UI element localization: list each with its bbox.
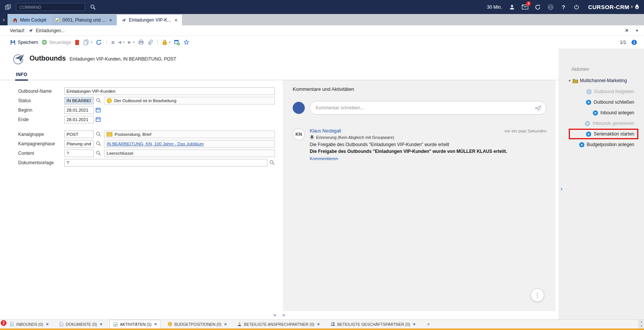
action-serienaktion-starten[interactable]: Serienaktion starten — [569, 129, 638, 139]
status-input[interactable] — [64, 97, 94, 104]
save-button[interactable]: Speichern — [10, 39, 38, 45]
menu-icon[interactable]: ≡ — [111, 39, 115, 45]
notification-badge[interactable]: 2 — [1, 320, 6, 326]
kampagnenphase-link[interactable]: IN BEARBEITUNG, KN, 100 Jahre - Das Jubi… — [107, 142, 204, 146]
author-link[interactable]: Klaus Nesbigall — [310, 128, 341, 134]
close-icon[interactable]: ✕ — [154, 322, 157, 326]
new-window-button[interactable] — [174, 39, 180, 45]
action-label: Budgetposition anlegen — [587, 142, 634, 147]
history-bar: Verlauf: Einladungen... ✕ ▾ — [0, 25, 644, 36]
attachment-icon[interactable] — [147, 39, 153, 45]
scroll-down-icon[interactable]: ▼ — [639, 324, 644, 329]
favorite-star-icon[interactable] — [183, 39, 189, 45]
comment-input[interactable] — [316, 105, 532, 111]
campaign-icon — [55, 17, 60, 23]
windows-icon[interactable] — [3, 3, 13, 11]
logout-power-icon[interactable] — [571, 3, 581, 11]
action-label: Inbounds generieren — [593, 121, 634, 126]
more-options-button[interactable]: ⋮ — [531, 288, 544, 302]
kanalgruppe-input[interactable] — [64, 131, 94, 138]
play-circle-icon — [586, 131, 591, 137]
kampagnenphase-input[interactable] — [64, 140, 94, 148]
sync-icon[interactable] — [533, 3, 543, 11]
calendar-icon[interactable] — [95, 117, 101, 122]
brand-logo-icon — [635, 4, 639, 10]
home-icon — [12, 18, 18, 23]
command-input[interactable] — [16, 3, 85, 11]
action-inbound-anlegen[interactable]: Inbound anlegen — [559, 107, 644, 118]
bottom-tab-beteiligte-geschaeftspartner[interactable]: BETEILIGTE GESCHÄFTSPARTNER (0) ✕ — [327, 320, 419, 328]
search-icon[interactable] — [96, 150, 101, 156]
record-body: Outbound-Name Status Der Outbound ist in… — [0, 80, 559, 311]
close-icon[interactable]: ✕ — [100, 322, 103, 326]
close-icon[interactable]: ✕ — [109, 18, 112, 22]
close-icon[interactable]: ✕ — [625, 28, 629, 33]
close-icon[interactable]: ✕ — [224, 322, 227, 326]
close-icon[interactable]: ✕ — [46, 322, 49, 326]
brand-text: CURSOR-CRM — [588, 4, 629, 10]
tab-mein-cockpit[interactable]: Mein Cockpit — [8, 15, 50, 25]
search-icon[interactable] — [269, 160, 275, 165]
ende-date-input[interactable] — [64, 116, 94, 123]
bottom-tab-budgetpositionen[interactable]: BUDGETPOSITIONEN (0) ✕ — [164, 320, 230, 328]
scroll-up-icon[interactable]: ▲ — [639, 320, 644, 324]
sidebar-expand-chevron[interactable]: › — [560, 185, 562, 192]
partners-icon — [330, 322, 335, 327]
bottom-tab-aktivitaeten[interactable]: AKTIVITÄTEN (1) ✕ — [109, 320, 161, 328]
bottom-tab-beteiligte-ansprechpartner[interactable]: BETEILIGTE ANSPRECHPARTNER (0) ✕ — [234, 320, 323, 328]
send-icon[interactable] — [535, 105, 541, 111]
close-icon[interactable]: ✕ — [413, 322, 416, 326]
refresh-button[interactable] — [96, 39, 102, 45]
tab-info[interactable]: INFO — [15, 72, 28, 81]
info-icon[interactable] — [631, 39, 637, 45]
document-icon — [59, 322, 64, 327]
calendar-icon[interactable] — [95, 107, 101, 113]
search-icon[interactable] — [96, 141, 101, 146]
actions-group-multichannel[interactable]: ▾ Multichannel-Marketing — [559, 78, 644, 83]
delete-button[interactable] — [74, 39, 80, 45]
action-label: Inbound anlegen — [601, 110, 634, 115]
chevron-down-icon[interactable]: ▾ — [636, 28, 638, 33]
actions-group-label: Multichannel-Marketing — [580, 78, 627, 83]
tab-einladungen-vip[interactable]: Einladungen VIP-K... ✕ — [117, 15, 182, 25]
main-region: OutboundsEinladungen VIP-Kunden, IN BEAR… — [0, 48, 644, 319]
tab-overflow-chevron[interactable]: › — [0, 14, 8, 25]
command-search-icon[interactable] — [88, 3, 98, 11]
comment-action-link[interactable]: Kommentieren — [310, 156, 338, 161]
activity-text-bold: Die Freigabe des Outbounds "Einladungen … — [310, 149, 546, 154]
field-label: Outbound-Name — [18, 89, 64, 94]
lock-button[interactable]: ▾ — [162, 39, 171, 45]
play-circle-icon — [593, 110, 598, 116]
tab-kampagne-0001[interactable]: 0001, Planung und ... ✕ — [51, 15, 116, 25]
new-record-button[interactable]: Neuanlage — [42, 39, 71, 45]
search-icon[interactable] — [96, 98, 101, 103]
bottom-tab-dokumente[interactable]: DOKUMENTE (0) ✕ — [56, 320, 106, 328]
activity-entry: KN Klaus Nesbigall vor ein paar Sekunden… — [293, 128, 546, 162]
user-icon[interactable] — [507, 3, 517, 11]
action-outbound-schliessen[interactable]: Outbound schließen — [559, 97, 644, 107]
chevron-down-icon: ▾ — [91, 40, 92, 44]
mail-icon[interactable]: 2 — [520, 3, 530, 11]
play-circle-icon — [586, 100, 591, 105]
next-record-button[interactable]: ▶▾ — [128, 40, 134, 45]
dokumentvorlage-input[interactable] — [64, 159, 267, 167]
print-button[interactable] — [138, 39, 144, 45]
close-icon[interactable]: ✕ — [317, 322, 320, 326]
bottom-tab-inbounds[interactable]: INBOUNDS (0) ✕ — [6, 320, 52, 328]
collapse-up-icon[interactable]: ˄ — [282, 313, 286, 318]
outbound-name-input[interactable] — [64, 87, 275, 95]
history-entry[interactable]: Einladungen... — [36, 28, 65, 33]
play-circle-icon — [585, 121, 590, 126]
search-icon[interactable] — [96, 131, 101, 137]
content-input[interactable] — [64, 149, 94, 157]
close-icon[interactable]: ✕ — [174, 18, 177, 22]
beginn-date-input[interactable] — [64, 106, 94, 114]
globe-icon[interactable] — [546, 3, 556, 11]
previous-record-button[interactable]: ◀▾ — [118, 40, 124, 45]
collapse-down-icon[interactable]: ˅ — [273, 313, 276, 318]
add-tab-button[interactable]: + — [422, 320, 435, 328]
bottom-tab-label: BETEILIGTE ANSPRECHPARTNER (0) — [244, 322, 314, 327]
copy-button[interactable]: ▾ — [83, 39, 92, 45]
help-icon[interactable]: ? — [559, 3, 568, 11]
action-budgetposition-anlegen[interactable]: Budgetposition anlegen — [559, 139, 644, 150]
